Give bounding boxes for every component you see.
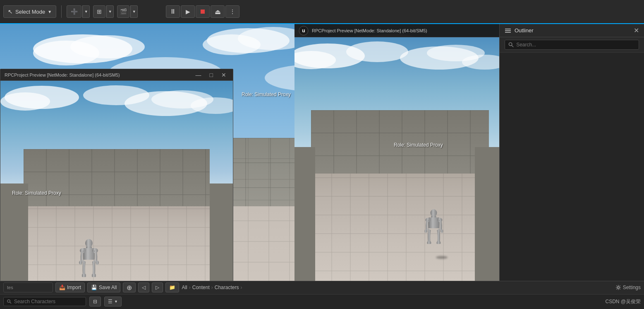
breadcrumb-content[interactable]: Content: [192, 285, 210, 290]
stop-icon: ⏹: [199, 8, 206, 15]
right-character: [424, 209, 443, 256]
minimize-button-left[interactable]: —: [193, 71, 204, 79]
chevron-down-cinematics-icon: ▼: [132, 10, 136, 14]
preview-window-right[interactable]: u RPCProject Preview [NetMode: Standalon…: [294, 24, 499, 281]
layout-button[interactable]: ⊞: [93, 5, 105, 18]
watermark: CSDN @吴俊荣: [605, 298, 641, 305]
sort-button[interactable]: ☰ ▼: [104, 297, 122, 307]
chevron-down-small-icon: ▼: [84, 10, 88, 14]
right-char-svg: [424, 209, 443, 255]
svg-point-81: [617, 287, 619, 289]
pause-button[interactable]: ⏸: [166, 5, 180, 18]
chevron-down-layout-icon: ▼: [108, 10, 112, 14]
right-preview-titlebar: u RPCProject Preview [NetMode: Standalon…: [294, 24, 499, 37]
add-btn-group: ➕ ▼: [67, 5, 90, 18]
breadcrumb-sep-1: ›: [189, 285, 191, 290]
layout-btn-group: ⊞ ▼: [93, 5, 114, 18]
svg-point-48: [79, 261, 82, 265]
left-preview-scene: Role: Simulated Proxy: [0, 81, 233, 309]
cinematics-btn-group: 🎬 ▼: [117, 5, 138, 18]
breadcrumb-all[interactable]: All: [182, 285, 187, 290]
main-content: Role: Simulated Proxy RPCProject Preview…: [0, 24, 644, 309]
outliner-panel: Outliner ✕: [499, 24, 644, 281]
svg-point-58: [346, 41, 408, 62]
svg-rect-77: [505, 30, 511, 31]
filters-placeholder: tes: [7, 285, 13, 290]
breadcrumb: All › Content › Characters ›: [182, 285, 242, 290]
select-mode-label: Select Mode: [15, 9, 45, 15]
layout-dropdown-button[interactable]: ▼: [106, 5, 114, 18]
back-icon: ◁: [142, 285, 146, 290]
content-browser-search: ⊟ ☰ ▼ CSDN @吴俊荣: [0, 295, 644, 309]
outliner-title: Outliner: [505, 27, 534, 34]
cinematics-button[interactable]: 🎬: [117, 5, 129, 18]
play-more-button[interactable]: ⋮: [225, 5, 239, 18]
svg-line-80: [512, 45, 513, 47]
settings-button[interactable]: Settings: [615, 285, 641, 290]
svg-rect-76: [505, 29, 511, 29]
layout-icon: ⊞: [97, 8, 102, 15]
pause-icon: ⏸: [170, 8, 176, 15]
outliner-close-button[interactable]: ✕: [634, 27, 639, 34]
left-role-label: Role: Simulated Proxy: [12, 190, 61, 196]
folder-icon: 📁: [169, 285, 175, 290]
resume-icon: ▶: [186, 8, 190, 15]
left-back-wall: [24, 149, 210, 206]
outliner-search-input[interactable]: [516, 42, 635, 48]
close-button-left[interactable]: ✕: [219, 71, 229, 79]
svg-rect-63: [294, 159, 499, 281]
right-scene: Role: Simulated Proxy: [294, 37, 499, 281]
svg-point-79: [509, 43, 512, 46]
eject-button[interactable]: ⏏: [211, 5, 225, 18]
stop-button[interactable]: ⏹: [196, 5, 210, 18]
left-window-controls: — □ ✕: [193, 71, 229, 79]
plus-circle-icon: ⊕: [127, 284, 132, 292]
folder-button[interactable]: 📁: [165, 282, 179, 292]
history-back-button[interactable]: ◁: [138, 282, 149, 292]
add-dropdown-button[interactable]: ▼: [82, 5, 90, 18]
content-search-input[interactable]: [14, 299, 82, 304]
preview-window-left[interactable]: RPCProject Preview [NetMode: Standalone]…: [0, 69, 233, 309]
svg-point-82: [7, 300, 10, 302]
resume-button[interactable]: ▶: [181, 5, 195, 18]
eject-icon: ⏏: [215, 8, 221, 16]
left-filter-area: tes: [3, 282, 53, 292]
add-content-button[interactable]: ⊕: [123, 282, 136, 292]
save-icon: 💾: [91, 285, 97, 290]
svg-rect-75: [436, 242, 441, 244]
gear-icon: [615, 285, 621, 290]
right-left-block: [294, 147, 315, 281]
svg-point-35: [0, 92, 50, 111]
svg-rect-78: [505, 32, 511, 33]
breadcrumb-characters[interactable]: Characters: [215, 285, 239, 290]
maximize-button-left[interactable]: □: [207, 71, 215, 79]
outliner-search-box[interactable]: [505, 40, 639, 50]
content-browser-toolbar: tes 📥 Import 💾 Save All ⊕ ◁ ▷ 📁: [0, 281, 644, 295]
search-icon-content: [7, 299, 12, 304]
outliner-content: [500, 53, 644, 281]
select-mode-button[interactable]: ↖ Select Mode ▼: [3, 5, 56, 18]
left-window-title-bar: RPCProject Preview [NetMode: Standalone]…: [0, 69, 233, 81]
cinematics-icon: 🎬: [120, 8, 127, 15]
svg-point-66: [430, 209, 437, 217]
svg-point-44: [85, 239, 93, 247]
play-controls: ⏸ ▶ ⏹ ⏏ ⋮: [166, 5, 239, 18]
center-role-label: Role: Simulated Proxy: [242, 92, 291, 97]
sort-icon: ☰: [108, 299, 113, 304]
import-button[interactable]: 📥 Import: [55, 282, 85, 292]
save-all-label: Save All: [99, 285, 117, 290]
breadcrumb-sep-3: ›: [240, 285, 242, 290]
save-all-button[interactable]: 💾 Save All: [87, 282, 120, 292]
svg-point-49: [96, 261, 99, 265]
separator-1: [61, 5, 62, 18]
history-forward-button[interactable]: ▷: [152, 282, 163, 292]
content-search-box[interactable]: [3, 297, 86, 306]
chevron-down-icon: ▼: [48, 10, 52, 14]
top-toolbar: ↖ Select Mode ▼ ➕ ▼ ⊞ ▼ 🎬 ▼ ⏸: [0, 0, 644, 24]
add-button[interactable]: ➕: [67, 5, 81, 18]
outliner-header: Outliner ✕: [500, 24, 644, 37]
right-right-block: [475, 147, 499, 281]
view-toggle-button[interactable]: ⊟: [89, 297, 101, 307]
svg-text:u: u: [302, 28, 305, 34]
cinematics-dropdown-button[interactable]: ▼: [130, 5, 138, 18]
